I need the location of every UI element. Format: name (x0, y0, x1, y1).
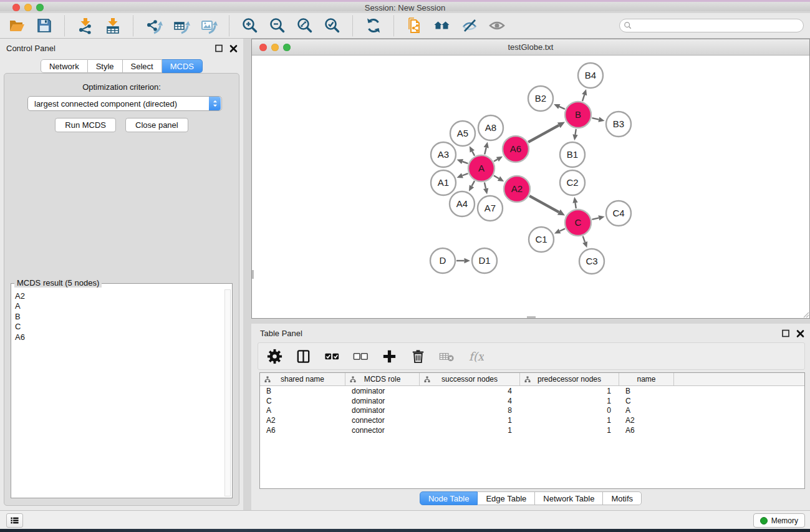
column-header-MCDS-role[interactable]: MCDS role (345, 373, 420, 385)
table-cell[interactable]: dominator (345, 387, 420, 395)
graph-node-B2[interactable]: B2 (528, 86, 553, 111)
column-header-successor-nodes[interactable]: successor nodes (420, 373, 520, 385)
table-cell[interactable]: C (619, 397, 674, 405)
mcds-result-item[interactable]: C (15, 322, 224, 332)
table-cell[interactable]: 4 (420, 387, 520, 395)
graph-node-A8[interactable]: A8 (478, 115, 503, 140)
table-cell[interactable]: 1 (520, 387, 619, 395)
new-network-from-selection-icon[interactable] (405, 17, 423, 35)
graph-node-B[interactable]: B (565, 102, 591, 128)
add-row-icon[interactable] (380, 347, 398, 365)
export-image-icon[interactable] (200, 17, 218, 35)
graph-edge-A2-C[interactable] (529, 196, 565, 215)
zoom-out-icon[interactable] (268, 17, 286, 35)
close-table-panel-icon[interactable] (796, 329, 805, 338)
graph-node-B4[interactable]: B4 (578, 63, 603, 88)
delete-row-icon[interactable] (409, 347, 427, 365)
network-canvas[interactable]: AA1A2A3A4A5A6A7A8BB1B2B3B4CC1C2C3C4DD1 (252, 56, 809, 318)
mcds-result-scrollbar[interactable] (224, 289, 231, 496)
export-network-icon[interactable] (145, 17, 163, 35)
table-cell[interactable]: C (260, 397, 345, 405)
search-input[interactable] (635, 21, 799, 30)
first-neighbors-icon[interactable] (433, 17, 451, 35)
table-cell[interactable]: 8 (420, 406, 520, 415)
table-cell[interactable]: A2 (260, 416, 345, 425)
show-all-icon[interactable] (488, 17, 506, 35)
table-cell[interactable]: A6 (619, 426, 674, 435)
graph-edge-B-B2[interactable] (554, 104, 565, 109)
tab-node-table[interactable]: Node Table (420, 491, 478, 505)
graph-edge-B-B3[interactable] (592, 117, 604, 122)
mcds-result-item[interactable]: A6 (15, 332, 224, 342)
canvas-vscroll-thumb[interactable] (252, 270, 254, 279)
tab-style[interactable]: Style (88, 59, 123, 73)
table-row[interactable]: A2connector11A2 (260, 415, 804, 425)
mcds-result-item[interactable]: B (15, 312, 224, 322)
table-cell[interactable]: A (260, 406, 345, 415)
zoom-fit-icon[interactable] (296, 17, 314, 35)
split-view-icon[interactable] (294, 347, 312, 365)
table-cell[interactable]: 1 (520, 416, 619, 425)
open-file-icon[interactable] (7, 17, 26, 35)
table-cell[interactable]: B (619, 387, 674, 395)
graph-edge-C-C3[interactable] (582, 236, 587, 248)
column-settings-icon[interactable] (266, 347, 284, 365)
tab-edge-table[interactable]: Edge Table (478, 491, 535, 505)
select-all-checkboxes-icon[interactable] (323, 347, 341, 365)
deselect-all-checkboxes-icon[interactable] (352, 347, 370, 365)
graph-node-D[interactable]: D (430, 248, 455, 273)
canvas-hscroll-thumb[interactable] (527, 316, 536, 318)
graph-edge-A-A4[interactable] (469, 181, 475, 191)
save-session-icon[interactable] (35, 17, 53, 35)
graph-edge-A-A3[interactable] (457, 159, 468, 164)
table-cell[interactable]: A6 (260, 426, 345, 435)
column-header-name[interactable]: name (619, 373, 674, 385)
table-row[interactable]: Adominator80A (260, 406, 804, 416)
float-table-panel-icon[interactable] (781, 329, 791, 338)
close-panel-icon[interactable] (229, 44, 238, 53)
table-row[interactable]: A6connector11A6 (260, 425, 804, 435)
graph-node-C[interactable]: C (565, 210, 591, 236)
graph-node-A1[interactable]: A1 (431, 170, 456, 195)
run-mcds-button[interactable]: Run MCDS (55, 118, 116, 132)
table-cell[interactable]: connector (345, 426, 420, 435)
memory-button[interactable]: Memory (753, 513, 805, 528)
mcds-result-item[interactable]: A (15, 301, 224, 311)
graph-edge-A-A8[interactable] (484, 142, 489, 154)
graph-node-A5[interactable]: A5 (450, 121, 475, 146)
table-cell[interactable]: connector (345, 416, 420, 425)
graph-edge-A-A6[interactable] (494, 157, 503, 162)
graph-node-C3[interactable]: C3 (579, 249, 604, 274)
table-row[interactable]: Bdominator41B (260, 386, 804, 396)
graph-edge-A-A5[interactable] (470, 146, 475, 155)
table-row[interactable]: Cdominator41C (260, 396, 804, 406)
table-cell[interactable]: 1 (420, 426, 520, 435)
graph-node-A3[interactable]: A3 (431, 142, 456, 167)
graph-node-A6[interactable]: A6 (503, 136, 529, 162)
graph-edge-A6-B[interactable] (528, 122, 565, 142)
tab-motifs[interactable]: Motifs (603, 491, 642, 505)
table-cell[interactable]: A (619, 406, 674, 415)
table-cell[interactable]: dominator (345, 397, 420, 405)
graph-edge-A-A1[interactable] (457, 173, 468, 178)
graph-edge-C-C2[interactable] (572, 197, 577, 208)
search-box[interactable] (619, 19, 804, 32)
tab-select[interactable]: Select (123, 59, 162, 73)
resize-grip-icon[interactable] (802, 311, 809, 318)
criterion-select[interactable]: largest connected component (directed) (27, 96, 222, 111)
graph-node-C1[interactable]: C1 (529, 227, 554, 252)
table-cell[interactable]: B (260, 387, 345, 395)
import-network-file-icon[interactable] (76, 17, 94, 35)
task-history-button[interactable] (6, 513, 23, 528)
graph-node-B3[interactable]: B3 (606, 112, 631, 137)
graph-edge-C-C4[interactable] (592, 215, 604, 220)
tab-mcds[interactable]: MCDS (162, 59, 203, 73)
table-cell[interactable]: 1 (420, 416, 520, 425)
graph-node-B1[interactable]: B1 (560, 142, 585, 167)
table-cell[interactable]: A2 (619, 416, 674, 425)
column-header-predecessor-nodes[interactable]: predecessor nodes (520, 373, 619, 385)
graph-node-A7[interactable]: A7 (478, 196, 503, 221)
table-cell[interactable]: 1 (520, 397, 619, 405)
mcds-result-item[interactable]: A2 (15, 291, 224, 301)
table-cell[interactable]: 1 (520, 426, 619, 435)
